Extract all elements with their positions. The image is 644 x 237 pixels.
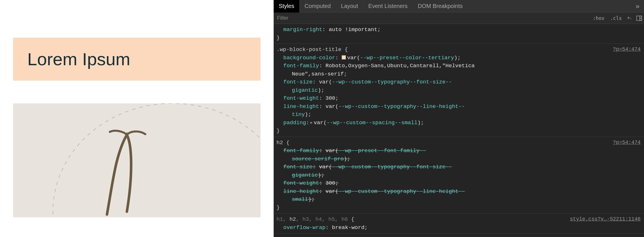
- svg-rect-1: [637, 16, 642, 21]
- rule-selector[interactable]: h2: [276, 140, 283, 146]
- post-title[interactable]: Lorem Ipsum: [13, 38, 261, 81]
- css-declaration[interactable]: font-weight: 300;: [276, 94, 641, 103]
- new-style-rule-button[interactable]: +⌄: [625, 13, 634, 23]
- rule-source-link[interactable]: ?p=54:474: [613, 46, 641, 53]
- styles-toolbar: :hov .cls +⌄: [274, 13, 644, 24]
- css-declaration[interactable]: background-color: var(--wp--preset--colo…: [276, 54, 641, 62]
- tab-event-listeners[interactable]: Event Listeners: [363, 0, 413, 13]
- css-rule: ?p=54:474h2 {font-family: var(--wp--pres…: [274, 137, 644, 214]
- rule-close-brace: }: [276, 204, 641, 212]
- css-declaration[interactable]: line-height: var(--wp--custom--typograph…: [276, 103, 641, 119]
- rule-source-link[interactable]: style.css?v…-52211:1146: [570, 215, 641, 223]
- css-declaration[interactable]: font-family: var(--wp--preset--font-fami…: [276, 147, 641, 163]
- css-declaration[interactable]: overflow-wrap: break-word;: [276, 224, 641, 232]
- devtools-tabs: Styles Computed Layout Event Listeners D…: [274, 0, 644, 13]
- css-declaration[interactable]: padding:▸var(--wp--custom--spacing--smal…: [276, 119, 641, 127]
- css-declaration[interactable]: font-family: Roboto,Oxygen-Sans,Ubuntu,C…: [276, 62, 641, 78]
- css-declaration[interactable]: font-size: var(--wp--custom--typography-…: [276, 163, 641, 179]
- featured-image: [13, 103, 261, 217]
- tab-computed[interactable]: Computed: [299, 0, 336, 13]
- css-rule: margin-right: auto !important;}: [274, 24, 644, 44]
- color-swatch[interactable]: [342, 55, 346, 60]
- page-preview: Lorem Ipsum: [0, 0, 274, 237]
- css-declaration[interactable]: line-height: var(--wp--custom--typograph…: [276, 187, 641, 204]
- tab-dom-breakpoints[interactable]: DOM Breakpoints: [413, 0, 468, 13]
- tab-styles[interactable]: Styles: [274, 0, 299, 13]
- toggle-sidebar-icon[interactable]: [634, 13, 644, 23]
- expand-shorthand-icon[interactable]: ▸: [310, 119, 313, 127]
- css-declaration[interactable]: margin-right: auto !important;: [276, 26, 641, 34]
- rule-close-brace: }: [276, 34, 641, 42]
- tab-layout[interactable]: Layout: [336, 0, 363, 13]
- css-declaration[interactable]: font-size: var(--wp--custom--typography-…: [276, 78, 641, 94]
- hov-toggle[interactable]: :hov: [590, 14, 607, 22]
- tabs-overflow-icon[interactable]: »: [631, 2, 644, 10]
- styles-filter-input[interactable]: [274, 13, 590, 24]
- styles-rules-list[interactable]: margin-right: auto !important;}?p=54:474…: [274, 24, 644, 237]
- css-rule: style.css?v…-52211:1146h1, h2, h3, h4, h…: [274, 214, 644, 234]
- css-declaration[interactable]: font-weight: 300;: [276, 179, 641, 187]
- rule-selector[interactable]: h1, h2, h3, h4, h5, h6: [276, 216, 348, 222]
- rule-source-link[interactable]: ?p=54:474: [613, 139, 641, 146]
- rule-close-brace: }: [276, 127, 641, 135]
- css-rule: ?p=54:474.wp-block-post-title {backgroun…: [274, 44, 644, 137]
- cls-toggle[interactable]: .cls: [607, 14, 625, 22]
- rule-selector[interactable]: .wp-block-post-title: [276, 46, 341, 53]
- svg-point-0: [53, 103, 261, 217]
- devtools-panel: Styles Computed Layout Event Listeners D…: [274, 0, 644, 237]
